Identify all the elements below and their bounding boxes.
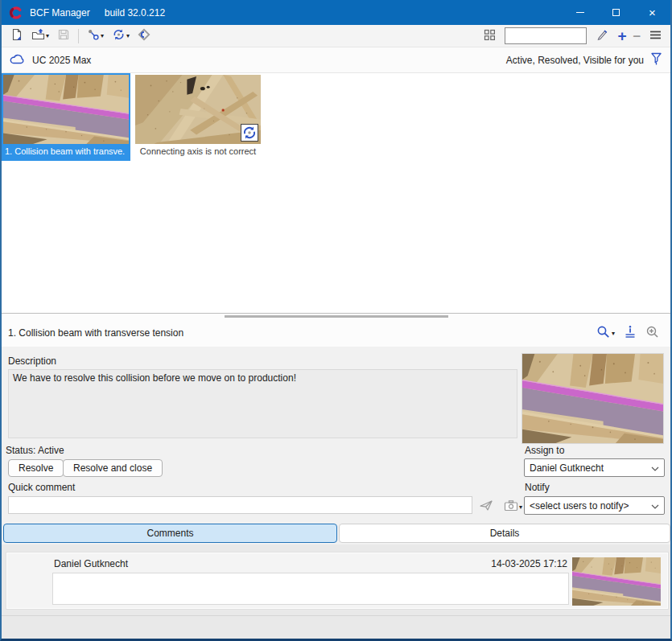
open-folder-icon bbox=[31, 28, 45, 43]
new-bcf-button[interactable] bbox=[8, 27, 26, 45]
chevron-down-icon bbox=[651, 462, 659, 474]
cloud-project-icon bbox=[10, 53, 25, 67]
tab-details[interactable]: Details bbox=[339, 524, 670, 543]
new-document-icon bbox=[10, 28, 23, 43]
edit-topic-button[interactable] bbox=[593, 27, 611, 45]
description-label: Description bbox=[8, 355, 56, 367]
topic-thumbnail-list: 1. Collision beam with transve. Connecti… bbox=[2, 73, 670, 313]
info-lines-icon bbox=[624, 325, 637, 341]
project-bar: UC 2025 Max Active, Resolved, Visible fo… bbox=[2, 47, 670, 73]
app-title: BCF Manager bbox=[30, 7, 90, 18]
description-text[interactable]: We have to resolve this collision before… bbox=[8, 369, 517, 438]
zoom-in-icon bbox=[645, 325, 660, 342]
topic-header-icons: ▾ bbox=[596, 324, 661, 343]
comment-author: Daniel Gutknecht bbox=[54, 558, 128, 569]
assign-to-label: Assign to bbox=[525, 445, 564, 456]
send-comment-button[interactable] bbox=[476, 498, 496, 516]
link-nodes-icon bbox=[87, 28, 100, 43]
notify-value: <select users to notify> bbox=[530, 500, 651, 512]
splitter-grip[interactable] bbox=[225, 315, 448, 318]
camera-icon bbox=[504, 499, 518, 514]
add-topic-button[interactable]: + bbox=[617, 31, 626, 42]
save-bcf-button[interactable] bbox=[55, 27, 72, 45]
topic-item-collision[interactable]: 1. Collision beam with transve. bbox=[3, 75, 129, 159]
resolve-and-close-button[interactable]: Resolve and close bbox=[63, 459, 163, 477]
connect-dropdown-icon[interactable]: ▾ bbox=[101, 32, 104, 39]
titlebar: BCF Manager build 32.0.212 × bbox=[2, 0, 670, 25]
panel-splitter[interactable] bbox=[2, 313, 670, 319]
sync-viewpoint-button[interactable]: ▾ bbox=[109, 27, 132, 45]
model-toolbar-group: ▾ ▾ bbox=[85, 27, 153, 45]
topic-item-connecting-axis[interactable]: Connecting axis is not correct bbox=[135, 75, 261, 159]
comment-item[interactable]: Daniel Gutknecht 14-03-2025 17:12 bbox=[6, 553, 668, 609]
menu-button[interactable] bbox=[647, 28, 664, 44]
camera-dropdown-icon[interactable]: ▾ bbox=[519, 503, 522, 511]
build-version: build 32.0.212 bbox=[105, 7, 165, 18]
bcf-manager-window: BCF Manager build 32.0.212 × bbox=[0, 0, 672, 641]
quick-comment-label: Quick comment bbox=[8, 482, 75, 493]
project-name: UC 2025 Max bbox=[32, 55, 91, 66]
sync-rotate-icon bbox=[112, 28, 126, 43]
topic-thumbnail-truss bbox=[135, 75, 261, 144]
notify-combobox[interactable]: <select users to notify> bbox=[524, 496, 665, 515]
open-bcf-button[interactable]: ▾ bbox=[29, 27, 52, 45]
assign-to-combobox[interactable]: Daniel Gutknecht bbox=[524, 458, 665, 477]
main-toolbar: ▾ bbox=[2, 25, 670, 47]
resolve-button[interactable]: Resolve bbox=[8, 459, 64, 477]
zoom-button[interactable] bbox=[645, 324, 661, 343]
topic-title: 1. Collision beam with transverse tensio… bbox=[8, 327, 183, 339]
notify-label: Notify bbox=[525, 482, 550, 493]
quick-comment-actions: ▾ bbox=[476, 498, 525, 516]
topic-header: 1. Collision beam with transverse tensio… bbox=[2, 319, 670, 347]
search-input[interactable] bbox=[505, 27, 587, 44]
pencil-icon bbox=[596, 28, 608, 43]
window-controls: × bbox=[562, 0, 670, 25]
file-toolbar-group: ▾ bbox=[8, 27, 72, 45]
close-button[interactable]: × bbox=[634, 0, 670, 25]
topic-info-button[interactable] bbox=[623, 324, 637, 342]
open-dropdown-icon[interactable]: ▾ bbox=[46, 32, 49, 39]
assign-to-value: Daniel Gutknecht bbox=[530, 462, 651, 474]
tabs-row: Comments Details bbox=[2, 523, 670, 544]
tab-comments-label: Comments bbox=[146, 528, 193, 539]
topic-caption: Connecting axis is not correct bbox=[135, 144, 261, 159]
maximize-button[interactable] bbox=[598, 0, 634, 25]
toolbar-separator bbox=[78, 29, 79, 43]
comment-text[interactable] bbox=[52, 573, 569, 605]
sync-dropdown-icon[interactable]: ▾ bbox=[126, 32, 130, 39]
remove-topic-button[interactable]: – bbox=[633, 31, 641, 42]
tab-comments[interactable]: Comments bbox=[3, 524, 337, 543]
toolbar-right-group: + – bbox=[481, 27, 664, 45]
magnifier-dropdown-icon[interactable]: ▾ bbox=[612, 330, 615, 337]
comment-viewpoint-thumbnail[interactable] bbox=[572, 557, 661, 606]
maximize-icon bbox=[612, 9, 620, 16]
comment-timestamp: 14-03-2025 17:12 bbox=[491, 558, 567, 569]
viewpoint-image[interactable] bbox=[522, 353, 664, 444]
save-icon bbox=[57, 28, 70, 43]
grid-view-icon bbox=[484, 29, 496, 43]
topic-caption: 1. Collision beam with transve. bbox=[3, 144, 129, 159]
chevron-down-icon bbox=[651, 500, 659, 512]
viewpoint-sync-badge bbox=[241, 124, 258, 142]
filter-button[interactable] bbox=[650, 52, 662, 68]
comments-panel: Daniel Gutknecht 14-03-2025 17:12 bbox=[2, 544, 670, 639]
gallery-view-button[interactable] bbox=[481, 27, 498, 45]
clash-detection-button[interactable] bbox=[135, 27, 153, 45]
minimize-icon bbox=[576, 12, 584, 13]
tab-details-label: Details bbox=[490, 528, 520, 539]
comments-divider bbox=[2, 615, 670, 616]
topic-thumbnail-collision bbox=[3, 75, 129, 144]
topic-detail-panel: Description We have to resolve this coll… bbox=[2, 347, 670, 523]
find-in-model-button[interactable]: ▾ bbox=[596, 324, 616, 343]
funnel-icon bbox=[650, 52, 662, 68]
hamburger-menu-icon bbox=[649, 30, 662, 43]
filter-summary: Active, Resolved, Visible for you bbox=[506, 55, 644, 66]
app-logo-icon bbox=[9, 6, 23, 20]
magnifier-icon bbox=[596, 325, 611, 342]
minimize-button[interactable] bbox=[562, 0, 598, 25]
send-plane-icon bbox=[479, 499, 493, 514]
status-text: Status: Active bbox=[6, 445, 64, 456]
connect-model-button[interactable]: ▾ bbox=[85, 27, 106, 45]
quick-comment-input[interactable] bbox=[8, 496, 472, 514]
screenshot-button[interactable]: ▾ bbox=[501, 498, 525, 516]
